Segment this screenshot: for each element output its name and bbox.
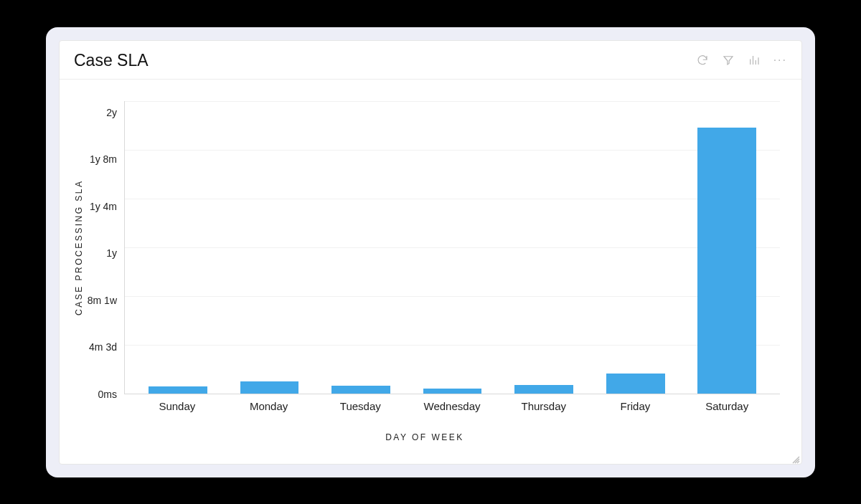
bar-slot: [315, 101, 407, 394]
x-axis-ticks: SundayMondayTuesdayWednesdayThursdayFrid…: [124, 400, 780, 412]
bar-tuesday[interactable]: [331, 386, 390, 393]
bar-slot: [224, 101, 316, 394]
y-tick: 8m 1w: [88, 295, 117, 306]
x-tick: Saturday: [681, 400, 773, 412]
x-tick: Wednesday: [406, 400, 498, 412]
chart-title: Case SLA: [74, 51, 149, 70]
y-tick: 0ms: [98, 389, 117, 400]
bar-saturday[interactable]: [697, 128, 756, 394]
card-header: Case SLA ···: [60, 41, 801, 80]
bar-thursday[interactable]: [514, 385, 573, 394]
refresh-icon[interactable]: [696, 54, 709, 67]
filter-icon[interactable]: [722, 54, 735, 67]
x-tick: Friday: [590, 400, 682, 412]
bar-wednesday[interactable]: [423, 389, 482, 394]
card-toolbar: ···: [696, 54, 787, 67]
bar-slot: [681, 101, 773, 394]
chart-area: CASE PROCESSING SLA 2y1y 8m1y 4m1y8m 1w4…: [60, 80, 801, 464]
y-tick: 4m 3d: [89, 341, 117, 353]
bar-slot: [407, 101, 499, 394]
x-axis-label: DAY OF WEEK: [70, 432, 780, 442]
x-tick: Sunday: [131, 400, 223, 412]
x-axis-row: . 0ms SundayMondayTuesdayWednesdayThursd…: [70, 400, 780, 412]
x-tick: Monday: [223, 400, 315, 412]
bar-slot: [132, 101, 224, 394]
more-icon[interactable]: ···: [773, 54, 787, 66]
chart-body: CASE PROCESSING SLA 2y1y 8m1y 4m1y8m 1w4…: [70, 101, 780, 394]
outer-frame: Case SLA ··· CASE PROCESSING SLA 2y1y 8m…: [46, 27, 815, 477]
y-tick: 2y: [106, 107, 117, 118]
plot-area: [124, 101, 780, 394]
y-tick: 1y 8m: [90, 153, 117, 165]
y-axis-ticks: 2y1y 8m1y 4m1y8m 1w4m 3d0ms: [84, 101, 124, 394]
x-tick: Thursday: [498, 400, 590, 412]
bar-monday[interactable]: [240, 381, 299, 393]
bar-sunday[interactable]: [149, 386, 207, 393]
bar-slot: [590, 101, 682, 394]
y-tick: 1y 4m: [90, 201, 117, 212]
chart-card: Case SLA ··· CASE PROCESSING SLA 2y1y 8m…: [59, 40, 802, 465]
y-tick: 1y: [106, 247, 117, 259]
bar-slot: [498, 101, 590, 394]
chart-type-icon[interactable]: [748, 54, 761, 67]
resize-handle-icon[interactable]: [791, 454, 800, 462]
y-axis-label: CASE PROCESSING SLA: [70, 101, 84, 394]
bars-container: [125, 101, 780, 394]
bar-friday[interactable]: [606, 374, 665, 393]
x-tick: Tuesday: [314, 400, 406, 412]
